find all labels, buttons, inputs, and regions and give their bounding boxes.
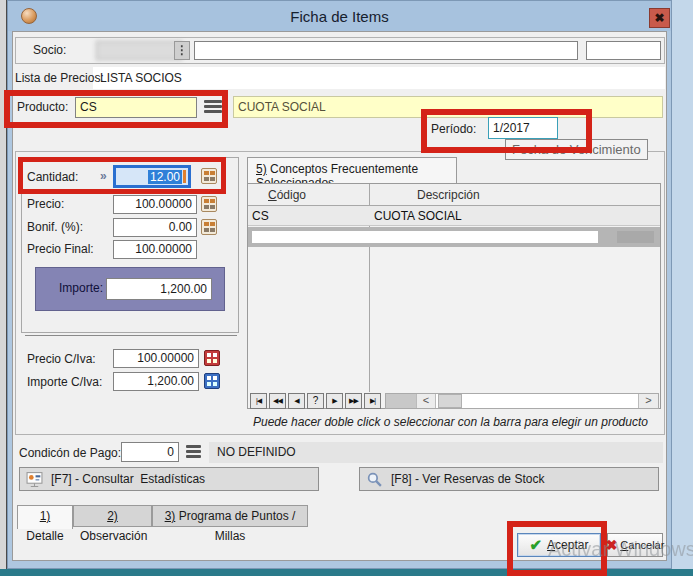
annotation-box-producto: [4, 90, 228, 128]
column-header-descripcion[interactable]: Descripción: [417, 184, 480, 206]
f7-button-label: [F7] - Consultar Estadísticas: [51, 472, 205, 486]
tab-programa-puntos[interactable]: 3) Programa de Puntos / Millas: [152, 505, 308, 527]
importe-label: Importe:: [59, 281, 103, 295]
lista-precios-label: Lista de Precios:: [15, 71, 104, 85]
grid-header: Código Descripción: [248, 184, 660, 206]
title-bar[interactable]: Ficha de Items: [8, 1, 671, 31]
activate-windows-watermark: Activar Windows: [548, 538, 693, 561]
bonif-input[interactable]: 0.00: [113, 218, 197, 237]
cell-descripcion: CUOTA SOCIAL: [374, 206, 462, 226]
scrollbar-right-arrow[interactable]: >: [638, 394, 658, 408]
precio-iva-label: Precio C/Iva:: [27, 352, 96, 366]
precio-final-input[interactable]: 100.00000: [113, 240, 197, 259]
close-icon[interactable]: ✖: [649, 8, 670, 28]
grid-row-cs[interactable]: CS CUOTA SOCIAL: [248, 206, 660, 226]
importe-iva-calculator-icon[interactable]: [204, 373, 220, 389]
precio-iva-calculator-icon[interactable]: [204, 350, 220, 366]
nav-next-icon[interactable]: ▶: [326, 393, 343, 409]
nav-fast-next-icon[interactable]: ▶▶: [345, 393, 362, 409]
conceptos-grid: Código Descripción CS CUOTA SOCIAL |◀ ◀◀…: [247, 183, 661, 409]
statistics-icon: [26, 471, 43, 488]
precio-label: Precio:: [27, 197, 64, 211]
nav-last-icon[interactable]: ▶|: [364, 393, 381, 409]
socio-name-field[interactable]: [194, 41, 578, 60]
selection-bar[interactable]: [252, 231, 598, 243]
horizontal-scrollbar[interactable]: < >: [385, 393, 659, 409]
window-title: Ficha de Items: [8, 8, 671, 25]
divider: [25, 335, 237, 336]
nav-fast-prev-icon[interactable]: ◀◀: [269, 393, 286, 409]
background-window-right-edge: [672, 0, 693, 576]
annotation-box-periodo: [421, 109, 592, 153]
background-window-left-edge: [0, 0, 7, 576]
tab-observacion[interactable]: 2) Observación: [73, 505, 152, 527]
grid-hint-text: Puede hacer doble click o seleccionar co…: [253, 415, 648, 429]
precio-iva-input[interactable]: 100.00000: [113, 349, 199, 368]
column-header-codigo[interactable]: Código: [268, 184, 306, 206]
bonif-calculator-icon[interactable]: [201, 219, 217, 235]
scrollbar-left-arrow[interactable]: <: [416, 394, 436, 408]
tab-conceptos-frecuentes[interactable]: 5) Conceptos Frecuentemente Seleccionado…: [247, 157, 457, 184]
condicion-pago-status: NO DEFINIDO: [209, 442, 663, 463]
importe-iva-input[interactable]: 1,200.00: [113, 372, 199, 391]
annotation-box-cantidad: [18, 157, 226, 194]
magnifier-icon: [366, 471, 383, 488]
condicion-pago-menu-icon[interactable]: [185, 443, 202, 460]
precio-calculator-icon[interactable]: [201, 196, 217, 212]
condicion-pago-label: Condicón de Pago:: [19, 446, 121, 460]
lista-precios-value: LISTA SOCIOS: [100, 71, 182, 85]
nav-prev-icon[interactable]: ◀: [288, 393, 305, 409]
selection-bar-tail: [617, 231, 654, 243]
cell-codigo: CS: [252, 206, 269, 226]
importe-input[interactable]: 1,200.00: [106, 278, 212, 300]
ficha-de-items-dialog: Ficha de Items ✖ Socio: ⋮ Lista de Preci…: [7, 0, 672, 569]
socio-extra-field[interactable]: [586, 41, 661, 60]
condicion-pago-input[interactable]: 0: [121, 442, 179, 462]
socio-lookup-button[interactable]: ⋮: [174, 41, 190, 60]
bonif-label: Bonif. (%):: [27, 220, 83, 234]
selection-bar-row[interactable]: [248, 227, 660, 247]
nav-first-icon[interactable]: |◀: [250, 393, 267, 409]
precio-final-label: Precio Final:: [27, 242, 94, 256]
f8-ver-reservas-button[interactable]: [F8] - Ver Reservas de Stock: [359, 467, 659, 491]
socio-number-field[interactable]: [96, 41, 182, 60]
scrollbar-thumb[interactable]: [438, 394, 462, 408]
importe-iva-label: Importe C/Iva:: [27, 375, 102, 389]
screen: Ficha de Items ✖ Socio: ⋮ Lista de Preci…: [0, 0, 693, 576]
f8-button-label: [F8] - Ver Reservas de Stock: [391, 472, 544, 486]
precio-input[interactable]: 100.00000: [113, 195, 197, 214]
f7-consultar-estadisticas-button[interactable]: [F7] - Consultar Estadísticas: [19, 467, 319, 491]
scrollbar-left-gutter: [386, 394, 416, 408]
socio-label: Socio:: [33, 43, 66, 57]
tab-detalle[interactable]: 1) Detalle: [17, 505, 73, 529]
importe-panel: Importe: 1,200.00: [35, 267, 225, 311]
nav-search-icon[interactable]: ?: [307, 393, 324, 409]
